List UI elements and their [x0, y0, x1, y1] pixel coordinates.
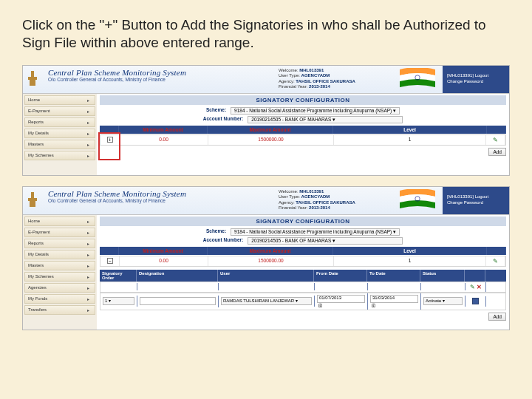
- col-status: Status: [420, 270, 465, 282]
- range-row: − 0.00 1500000.00 1 ✎: [100, 256, 506, 267]
- sidebar-item[interactable]: My Schemes▸: [24, 272, 95, 282]
- sig-order-select[interactable]: 1 ▾: [103, 297, 134, 305]
- app-subtitle: O/o Controller General of Accounts, Mini…: [48, 77, 268, 82]
- app-emblem: [23, 187, 42, 214]
- svg-rect-5: [28, 198, 37, 201]
- logout-link[interactable]: [MHL013391] Logout: [447, 73, 505, 79]
- sidebar-item[interactable]: Masters▸: [24, 261, 95, 270]
- from-date-input[interactable]: 01/07/2013: [317, 295, 365, 303]
- user-meta: Welcome: MHL013391 User Type: AGENCYADM …: [274, 187, 392, 214]
- scheme-label: Scheme:: [206, 228, 226, 236]
- svg-rect-0: [31, 71, 34, 77]
- edit-icon[interactable]: ✎: [493, 137, 498, 143]
- edit-icon[interactable]: ✎: [493, 258, 498, 265]
- designation-input[interactable]: [140, 297, 216, 305]
- screenshot-2: Central Plan Scheme Monitoring System O/…: [22, 186, 510, 330]
- col-min: Minimum Amount: [119, 247, 208, 255]
- col-min: Minimum Amount: [119, 126, 208, 134]
- svg-rect-6: [30, 201, 35, 207]
- sidebar-item[interactable]: Masters▸: [24, 140, 95, 149]
- logout-link[interactable]: [MHL013391] Logout: [447, 194, 505, 200]
- account-label: Account Number:: [203, 116, 244, 123]
- to-date-input[interactable]: 31/03/2014: [370, 295, 418, 303]
- svg-rect-4: [31, 192, 34, 198]
- sidebar-item[interactable]: E-Payment▸: [24, 228, 95, 237]
- user-meta: Welcome: MHL013391 User Type: AGENCYADM …: [274, 66, 392, 93]
- calendar-icon[interactable]: 🗓: [318, 303, 323, 308]
- flag-icon: [392, 187, 443, 214]
- account-select[interactable]: 20190214505 - BANK OF MAHARAS ▾: [248, 116, 403, 123]
- sidebar-item[interactable]: My Details▸: [24, 129, 95, 138]
- sidebar-item[interactable]: Reports▸: [24, 239, 95, 248]
- scheme-label: Scheme:: [206, 107, 226, 115]
- add-button[interactable]: Add: [488, 148, 506, 156]
- sidebar-item[interactable]: My Schemes▸: [24, 151, 95, 160]
- svg-rect-2: [30, 80, 35, 86]
- sidebar-item[interactable]: My Funds▸: [24, 294, 95, 304]
- sidebar-item[interactable]: Transfers▸: [24, 305, 95, 315]
- change-password-link[interactable]: Change Password: [447, 79, 505, 85]
- screenshot-1: Central Plan Scheme Monitoring System O/…: [22, 65, 510, 176]
- col-level: Level: [333, 247, 487, 255]
- sidebar-item[interactable]: Home▸: [24, 95, 95, 105]
- level-value: 1: [334, 135, 486, 145]
- add-button[interactable]: Add: [488, 313, 506, 321]
- col-to-date: To Date: [367, 270, 420, 282]
- side-nav: Home▸E-Payment▸Reports▸My Details▸Master…: [23, 94, 97, 175]
- app-title: Central Plan Scheme Monitoring System: [48, 189, 268, 198]
- user-select[interactable]: RAMDAS TULSHIRAM LANJEWAR ▾: [221, 297, 312, 305]
- side-nav: Home▸E-Payment▸Reports▸My Details▸Master…: [23, 215, 97, 330]
- header-account-corner: [MHL013391] Logout Change Password: [443, 187, 509, 214]
- svg-rect-1: [28, 77, 37, 80]
- sidebar-item[interactable]: E-Payment▸: [24, 106, 95, 116]
- min-amount-value: 0.00: [120, 256, 208, 266]
- change-password-link[interactable]: Change Password: [447, 200, 505, 206]
- save-icon[interactable]: [472, 298, 479, 304]
- header-account-corner: [MHL013391] Logout Change Password: [443, 66, 509, 93]
- col-level: Level: [333, 126, 487, 134]
- section-header: SIGNATORY CONFIGURATION: [100, 216, 506, 226]
- col-max: Maximum Amount: [208, 126, 333, 134]
- delete-icon[interactable]: ✕: [477, 284, 482, 290]
- flag-icon: [392, 66, 443, 93]
- col-from-date: From Date: [314, 270, 367, 282]
- sidebar-item[interactable]: Reports▸: [24, 117, 95, 127]
- col-sig-order: Signatory Order: [100, 270, 137, 282]
- collapse-minus-button[interactable]: −: [107, 258, 113, 264]
- sidebar-item[interactable]: My Details▸: [24, 250, 95, 259]
- section-header: SIGNATORY CONFIGURATION: [100, 95, 506, 105]
- sidebar-item[interactable]: Home▸: [24, 216, 95, 226]
- calendar-icon[interactable]: 🗓: [371, 303, 376, 308]
- app-subtitle: O/o Controller General of Accounts, Mini…: [48, 198, 268, 203]
- callout-frame: [98, 132, 120, 160]
- scheme-select[interactable]: 9184 - National Social Assistance Progra…: [231, 228, 400, 236]
- account-label: Account Number:: [203, 237, 244, 245]
- col-designation: Designation: [137, 270, 218, 282]
- col-max: Maximum Amount: [208, 247, 333, 255]
- max-amount-value: 1500000.00: [208, 135, 334, 145]
- signatory-row: 1 ▾ RAMDAS TULSHIRAM LANJEWAR ▾ 01/07/20…: [100, 293, 506, 310]
- min-amount-value: 0.00: [120, 135, 208, 145]
- app-title: Central Plan Scheme Monitoring System: [48, 68, 268, 77]
- app-emblem: [23, 66, 42, 93]
- status-select[interactable]: Activate ▾: [423, 297, 463, 305]
- edit-icon[interactable]: ✎: [470, 284, 475, 290]
- sidebar-item[interactable]: Agencies▸: [24, 283, 95, 293]
- range-row: + 0.00 1500000.00 1 ✎: [100, 134, 506, 146]
- blank-signatory-row: ✎✕: [100, 282, 506, 293]
- scheme-select[interactable]: 9184 - National Social Assistance Progra…: [231, 107, 400, 115]
- account-select[interactable]: 20190214505 - BANK OF MAHARAS ▾: [248, 237, 403, 245]
- level-value: 1: [334, 256, 486, 266]
- max-amount-value: 1500000.00: [208, 256, 334, 266]
- col-user: User: [218, 270, 314, 282]
- instruction-text: Click on the "+" Button to Add the Signa…: [22, 16, 510, 52]
